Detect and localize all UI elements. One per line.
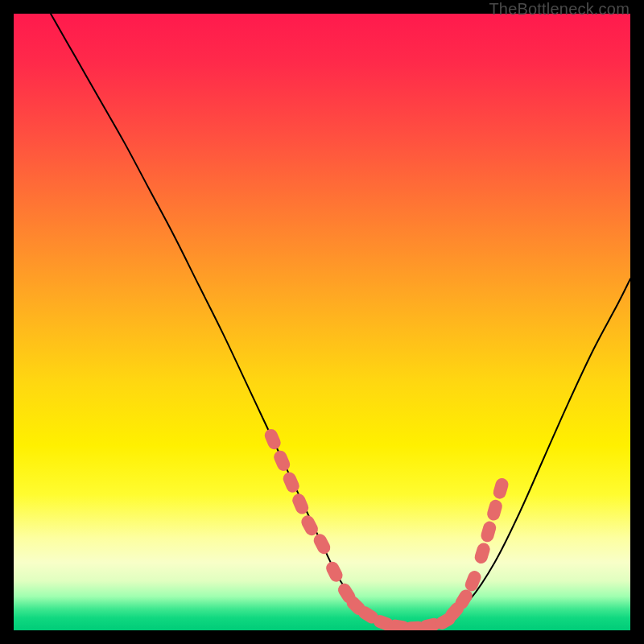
highlight-dot (324, 559, 345, 584)
highlight-dot (473, 541, 492, 565)
highlight-dot (281, 470, 301, 494)
highlight-dots (262, 427, 510, 630)
chart-svg (14, 14, 630, 630)
chart-frame: TheBottleneck.com (0, 0, 644, 644)
highlight-dot (492, 477, 510, 500)
highlight-dot (312, 532, 332, 556)
bottleneck-curve (51, 14, 630, 629)
highlight-dot (463, 569, 483, 593)
highlight-dot (262, 427, 283, 451)
highlight-dot (485, 498, 504, 522)
highlight-dot (480, 520, 498, 543)
chart-plot-area (14, 14, 630, 630)
attribution-text: TheBottleneck.com (489, 0, 630, 19)
highlight-dot (272, 448, 292, 473)
